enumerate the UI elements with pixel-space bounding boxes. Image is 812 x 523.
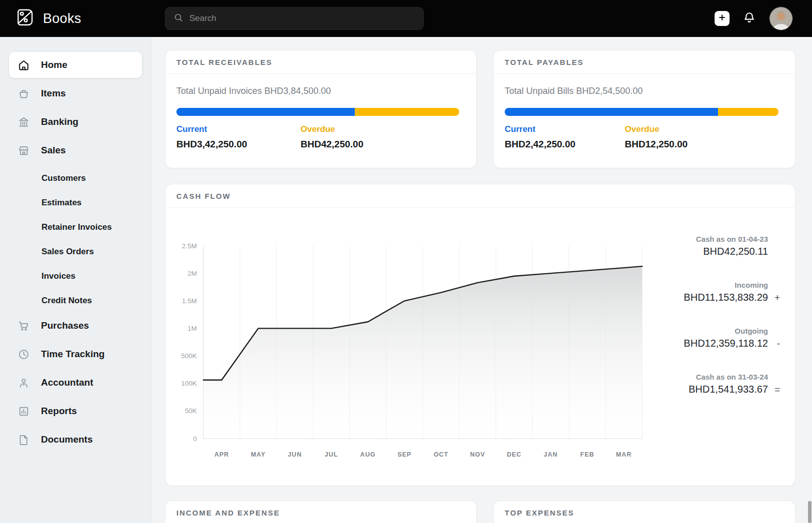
- svg-text:NOV: NOV: [470, 451, 485, 458]
- svg-text:MAR: MAR: [616, 451, 632, 458]
- store-icon: [17, 144, 30, 157]
- cash-flow-summary: Cash as on 01-04-23 BHD42,250.11 Incomin…: [651, 208, 795, 471]
- summary-value: BHD11,153,838.29: [684, 292, 768, 303]
- quick-create-button[interactable]: [715, 11, 730, 26]
- bank-icon: [17, 116, 30, 128]
- sidebar-item-sales[interactable]: Sales: [9, 137, 142, 163]
- svg-text:FEB: FEB: [580, 451, 594, 458]
- sidebar-item-label: Estimates: [41, 198, 81, 208]
- payables-current-segment: [505, 108, 718, 116]
- notifications-button[interactable]: [743, 11, 756, 26]
- svg-text:JUN: JUN: [288, 451, 302, 458]
- payables-overdue-segment: [718, 108, 779, 116]
- svg-text:100K: 100K: [181, 380, 197, 387]
- svg-text:50K: 50K: [185, 407, 197, 415]
- receivables-overdue-value: BHD42,250.00: [301, 139, 425, 150]
- sidebar-item-purchases[interactable]: Purchases: [9, 313, 142, 339]
- receivables-current-label: Current: [176, 124, 301, 134]
- summary-value: BHD1,541,933.67: [689, 384, 768, 395]
- svg-text:OCT: OCT: [434, 451, 448, 458]
- top-expenses-card: TOP EXPENSES: [493, 501, 796, 523]
- receivables-subtitle: Total Unpaid Invoices BHD3,84,500.00: [176, 86, 465, 96]
- income-and-expense-title: INCOME AND EXPENSE: [165, 501, 476, 523]
- sidebar-item-documents[interactable]: Documents: [9, 427, 142, 453]
- receivables-current-value: BHD3,42,250.00: [176, 139, 301, 150]
- cash-flow-title: CASH FLOW: [165, 184, 795, 208]
- sidebar-item-estimates[interactable]: Estimates: [9, 190, 142, 215]
- sidebar: Home Items Banking Sale: [0, 37, 151, 523]
- receivables-current-segment: [176, 108, 355, 116]
- cart-icon: [17, 320, 30, 332]
- svg-text:DEC: DEC: [507, 451, 521, 458]
- basket-icon: [17, 87, 30, 100]
- sidebar-item-time-tracking[interactable]: Time Tracking: [9, 341, 142, 367]
- svg-text:SEP: SEP: [397, 451, 411, 458]
- summary-label: Cash as on 31-03-24: [696, 373, 768, 381]
- cash-flow-card: CASH FLOW 050K100K500K1M1.5M2M2.5MAPRMAY…: [165, 184, 796, 486]
- svg-text:2.5M: 2.5M: [182, 242, 197, 250]
- svg-text:2M: 2M: [187, 270, 197, 277]
- sidebar-item-label: Customers: [41, 173, 86, 183]
- receivables-overdue-segment: [355, 108, 460, 116]
- svg-text:JAN: JAN: [544, 451, 558, 458]
- cash-flow-chart[interactable]: 050K100K500K1M1.5M2M2.5MAPRMAYJUNJULAUGS…: [170, 208, 651, 471]
- books-logo-icon: [15, 7, 36, 30]
- sidebar-item-items[interactable]: Items: [9, 80, 142, 106]
- svg-text:500K: 500K: [181, 352, 197, 360]
- payables-overdue-label: Overdue: [625, 124, 745, 134]
- payables-title: TOTAL PAYABLES: [494, 50, 795, 74]
- svg-text:MAY: MAY: [251, 451, 266, 458]
- search-icon: [173, 12, 183, 24]
- bell-icon: [743, 11, 756, 26]
- sidebar-item-sales-orders[interactable]: Sales Orders: [9, 239, 142, 264]
- sidebar-item-label: Retainer Invoices: [41, 222, 112, 232]
- sidebar-item-label: Sales Orders: [41, 247, 94, 257]
- total-receivables-card: TOTAL RECEIVABLES Total Unpaid Invoices …: [165, 50, 477, 168]
- sidebar-item-credit-notes[interactable]: Credit Notes: [9, 288, 142, 313]
- summary-outgoing: Outgoing BHD12,359,118.12-: [651, 327, 780, 349]
- payables-current-value: BHD2,42,250.00: [505, 139, 625, 150]
- sidebar-item-home[interactable]: Home: [9, 52, 142, 78]
- dashboard-main: TOTAL RECEIVABLES Total Unpaid Invoices …: [151, 37, 812, 523]
- user-avatar[interactable]: [769, 6, 793, 30]
- summary-closing-cash: Cash as on 31-03-24 BHD1,541,933.67=: [651, 373, 780, 395]
- svg-text:JUL: JUL: [325, 451, 338, 458]
- search-input[interactable]: [189, 13, 415, 23]
- payables-current-label: Current: [505, 124, 625, 134]
- payables-overdue-value: BHD12,250.00: [625, 139, 745, 150]
- summary-value: BHD42,250.11: [703, 246, 768, 257]
- sidebar-item-label: Credit Notes: [41, 296, 92, 306]
- sidebar-item-accountant[interactable]: Accountant: [9, 370, 142, 396]
- minus-symbol: -: [768, 338, 780, 349]
- document-icon: [17, 434, 30, 446]
- svg-text:0: 0: [193, 435, 197, 443]
- income-and-expense-card: INCOME AND EXPENSE: [165, 501, 477, 523]
- plus-icon: [718, 13, 727, 24]
- search-bar[interactable]: [165, 7, 424, 30]
- app-title: Books: [43, 11, 81, 26]
- sidebar-item-label: Items: [41, 88, 66, 99]
- app-logo[interactable]: Books: [15, 7, 151, 30]
- clock-icon: [17, 348, 30, 361]
- vertical-scrollbar-thumb[interactable]: [808, 501, 812, 523]
- summary-value: BHD12,359,118.12: [684, 338, 768, 349]
- sidebar-item-invoices[interactable]: Invoices: [9, 264, 142, 288]
- summary-label: Incoming: [735, 281, 768, 289]
- equals-symbol: =: [768, 384, 780, 395]
- sidebar-item-label: Accountant: [41, 377, 93, 388]
- payables-progress-bar: [505, 108, 779, 116]
- svg-text:AUG: AUG: [360, 451, 376, 458]
- sidebar-item-label: Purchases: [41, 320, 89, 331]
- sidebar-item-reports[interactable]: Reports: [9, 398, 142, 424]
- sidebar-item-retainer-invoices[interactable]: Retainer Invoices: [9, 215, 142, 239]
- sidebar-item-customers[interactable]: Customers: [9, 166, 142, 190]
- svg-text:1M: 1M: [187, 325, 197, 332]
- receivables-title: TOTAL RECEIVABLES: [165, 50, 476, 74]
- person-icon: [17, 377, 30, 389]
- receivables-progress-bar: [176, 108, 459, 116]
- summary-incoming: Incoming BHD11,153,838.29+: [651, 281, 780, 303]
- payables-subtitle: Total Unpaid Bills BHD2,54,500.00: [505, 86, 784, 96]
- sidebar-item-banking[interactable]: Banking: [9, 109, 142, 135]
- sidebar-item-label: Sales: [41, 145, 66, 156]
- topbar: Books: [0, 0, 812, 37]
